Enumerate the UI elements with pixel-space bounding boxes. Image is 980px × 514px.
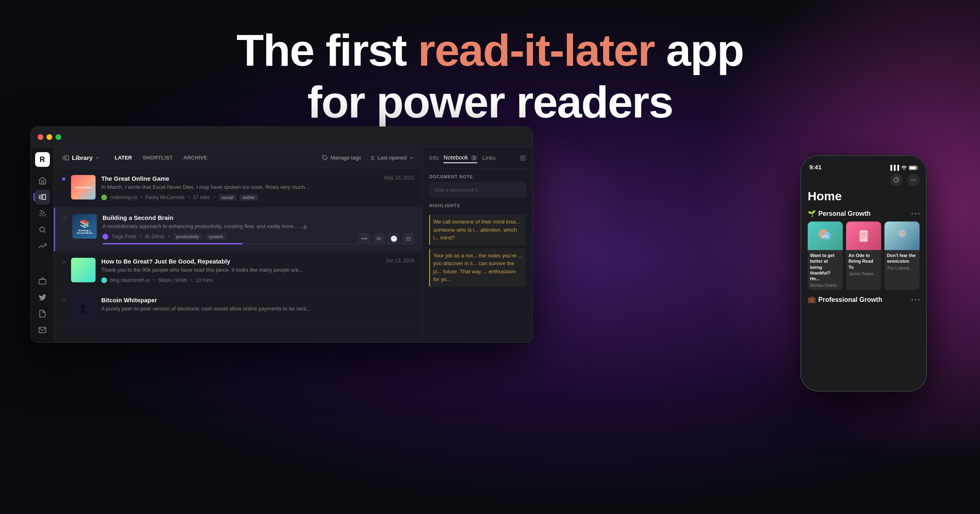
reading-progress-fill [102, 243, 243, 244]
sort-button[interactable]: Last opened [369, 155, 414, 161]
svg-point-22 [913, 179, 914, 180]
svg-point-33 [903, 232, 904, 233]
article-title: How to Be Great? Just Be Good, Repeatabl… [101, 258, 230, 265]
tab-archive[interactable]: ARCHIVE [178, 152, 212, 163]
phone-action-bar [808, 174, 920, 186]
sidebar-item-document[interactable] [35, 306, 50, 321]
phone-section-more[interactable] [911, 299, 920, 301]
phone-section-professional-growth: 💼 Professional Growth [808, 296, 920, 304]
phone-card-semicolon[interactable]: Don't fear the semicolon The Cultural... [884, 222, 920, 290]
app-content: R [31, 147, 532, 342]
svg-point-21 [911, 179, 912, 180]
sidebar-item-library[interactable] [35, 190, 50, 204]
article-item-great-online-game[interactable]: creat Online The Great Online Game May 1… [54, 168, 422, 208]
sidebar-item-feed[interactable] [35, 206, 50, 221]
highlights-list: We call someone of their mind insa... so… [423, 211, 532, 290]
phone-card-label: Want to get better at being thankful? He… [808, 250, 843, 283]
app-logo: R [35, 152, 50, 167]
top-bar-right: Manage tags Last opened [322, 155, 414, 161]
phone-section-header: 🌱 Personal Growth [808, 210, 920, 217]
tag-system[interactable]: system [205, 233, 226, 240]
article-actions: ••• ✉ 🕐 ⊟ [359, 233, 414, 244]
maximize-window-button[interactable] [56, 134, 61, 140]
clock-button[interactable]: 🕐 [388, 233, 399, 244]
sidebar-item-toolbox[interactable] [35, 274, 50, 288]
highlights-label: HIGHLIGHTS [423, 197, 532, 211]
phone-card-ode[interactable]: An Ode to Being Read To James Parker [846, 222, 881, 290]
notebook-badge: 2 [471, 155, 477, 161]
panel-layout-icon[interactable]: ⊞ [520, 153, 526, 162]
signal-icon: ▐▐▐ [889, 165, 899, 171]
unread-indicator [62, 260, 65, 264]
phone-card-image [846, 222, 881, 250]
article-body: Bitcoin Whitepaper A purely peer-to-peer… [101, 297, 414, 316]
svg-point-4 [40, 227, 45, 232]
sidebar-item-home[interactable] [35, 173, 50, 188]
article-thumbnail: 📚 Building a Second Brain [72, 214, 97, 239]
main-panel: Library LATER SHORTLIST ARCHIVE [54, 147, 422, 342]
library-button[interactable]: Library [62, 154, 100, 162]
mail-button[interactable]: ✉ [373, 233, 385, 244]
phone-more-button[interactable] [907, 174, 920, 186]
phone-status-icons: ▐▐▐ [889, 165, 918, 171]
article-title: Bitcoin Whitepaper [101, 297, 157, 304]
source-icon [101, 277, 107, 283]
phone-section-header: 💼 Professional Growth [808, 296, 920, 304]
phone-clock-button[interactable] [890, 174, 902, 186]
tab-shortlist[interactable]: SHORTLIST [138, 152, 178, 163]
sidebar-item-mail[interactable] [35, 323, 50, 337]
top-bar: Library LATER SHORTLIST ARCHIVE [54, 147, 422, 168]
highlight-item[interactable]: We call someone of their mind insa... so… [429, 215, 526, 245]
title-bar [31, 127, 532, 147]
article-read-time: 4h 24min [145, 234, 165, 239]
phone-cards-personal-growth: Want to get better at being thankful? He… [808, 222, 920, 290]
sidebar-item-search[interactable] [35, 222, 50, 237]
phone-section-title: 💼 Professional Growth [808, 296, 882, 304]
article-body: How to Be Great? Just Be Good, Repeatabl… [101, 258, 414, 283]
article-read-time: 17 mins [193, 195, 210, 200]
article-item-second-brain[interactable]: 📚 Building a Second Brain Building a Sec… [54, 208, 422, 251]
archive-button[interactable]: ⊟ [403, 233, 414, 244]
tag-twitter[interactable]: twitter [240, 194, 258, 201]
manage-tags-button[interactable]: Manage tags [322, 155, 361, 161]
article-source: blog.stephsmith.io [110, 277, 150, 283]
phone-card-author: The Cultural... [884, 266, 920, 273]
unread-indicator [63, 217, 67, 220]
right-panel-tabs: Info Notebook 2 Links ⊞ [423, 147, 532, 168]
article-author: Steph | Smith [158, 277, 187, 283]
article-list: creat Online The Great Online Game May 1… [54, 168, 422, 342]
article-title: Building a Second Brain [102, 214, 173, 221]
article-meta: notboring.co • Packy McCormick • 17 mins… [101, 194, 414, 201]
tag-productivity[interactable]: productivity [173, 233, 203, 240]
svg-point-32 [900, 232, 901, 233]
tag-social[interactable]: social [218, 194, 236, 201]
hero-section: The first read-it-later app for power re… [0, 24, 980, 128]
sidebar-item-twitter[interactable] [35, 290, 50, 305]
phone-card-thankful[interactable]: Want to get better at being thankful? He… [808, 222, 843, 290]
phone-card-label: An Ode to Being Read To [846, 250, 881, 272]
close-window-button[interactable] [38, 134, 43, 140]
article-header: Bitcoin Whitepaper [101, 297, 414, 304]
minimize-window-button[interactable] [47, 134, 52, 140]
phone-section-more[interactable] [911, 213, 920, 215]
tab-links[interactable]: Links [482, 153, 496, 163]
svg-rect-6 [39, 279, 46, 284]
article-item-be-great[interactable]: How to Be Great? Just Be Good, Repeatabl… [54, 251, 422, 290]
article-title: The Great Online Game [101, 175, 169, 182]
phone-time: 9:41 [809, 164, 822, 171]
document-note-input[interactable]: Add a document n... [429, 182, 526, 197]
source-icon [102, 234, 108, 239]
highlight-item[interactable]: Your job as a not... the notes you're ..… [429, 248, 526, 287]
svg-line-5 [44, 231, 45, 233]
tab-info[interactable]: Info [429, 153, 439, 163]
more-options-button[interactable]: ••• [359, 233, 370, 244]
article-item-bitcoin[interactable]: ₿ Bitcoin Whitepaper A purely peer-to-pe… [54, 290, 422, 328]
article-read-time: 13 mins [196, 277, 213, 283]
phone-card-label: Don't fear the semicolon [884, 250, 920, 266]
article-description: In March, I wrote that Excel Never Dies.… [101, 184, 414, 191]
tab-later[interactable]: LATER [110, 152, 137, 163]
tab-notebook[interactable]: Notebook 2 [443, 153, 477, 163]
article-thumbnail: ₿ [71, 297, 96, 321]
phone-card-author: James Parker [846, 272, 881, 279]
sidebar-item-growth[interactable] [35, 239, 50, 253]
